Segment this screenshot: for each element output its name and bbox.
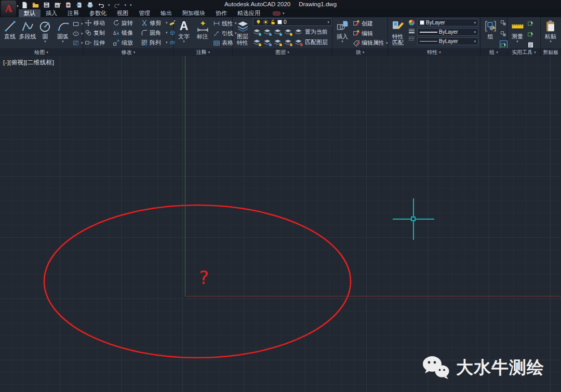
linetype-select[interactable]: ByLayer ▾ — [417, 37, 478, 45]
open-file-button[interactable] — [32, 1, 39, 8]
new-file-button[interactable] — [21, 1, 28, 8]
layer-unlock-button[interactable] — [274, 39, 282, 46]
tab-addins[interactable]: 附加模块 — [177, 9, 210, 17]
layer-off-button[interactable] — [253, 29, 261, 35]
layer-properties-button[interactable]: 图层特性 — [234, 18, 251, 47]
measure-dropdown-caret[interactable]: ▾ — [516, 40, 518, 43]
measure-button[interactable]: 测量 ▾ — [509, 18, 526, 47]
trim-button[interactable]: 修剪 — [141, 18, 165, 28]
tab-output[interactable]: 输出 — [155, 9, 177, 17]
tab-default[interactable]: 默认 — [19, 9, 41, 17]
tab-insert[interactable]: 插入 — [41, 9, 62, 17]
array-dropdown-caret[interactable]: ▾ — [166, 41, 168, 44]
create-block-button[interactable]: 创建 — [353, 19, 388, 28]
arc-button[interactable]: 圆弧 ▾ — [55, 18, 71, 47]
line-button[interactable]: 直线 — [2, 18, 18, 47]
layer-freeze-button[interactable] — [274, 29, 282, 35]
set-current-icon-button[interactable] — [295, 29, 302, 35]
insert-block-button[interactable]: 插入 ▾ — [334, 18, 351, 47]
tab-view[interactable]: 视图 — [112, 9, 133, 17]
layer-lock2-button[interactable] — [284, 39, 292, 46]
color-wheel-icon[interactable] — [408, 19, 416, 26]
panel-label-clipboard[interactable]: 剪贴板 — [541, 48, 561, 56]
fillet-button[interactable]: 圆角 — [141, 28, 165, 37]
text-button[interactable]: A 文字 ▾ — [176, 18, 192, 47]
layer-select[interactable]: 0 ▾ — [253, 18, 332, 26]
arc-dropdown-caret[interactable]: ▾ — [62, 40, 64, 43]
panel-label-utilities[interactable]: 实用工具▾ — [507, 48, 541, 56]
copy-button[interactable]: 复制 — [85, 28, 112, 37]
tab-parametric[interactable]: 参数化 — [84, 9, 112, 17]
customize-qat-caret[interactable]: ▾ — [130, 3, 132, 7]
linetype-icon[interactable] — [408, 35, 416, 42]
set-current-label[interactable]: 置为当前 — [305, 28, 328, 36]
record-button[interactable]: ▾ — [273, 9, 285, 17]
layer-select-caret[interactable]: ▾ — [327, 20, 329, 24]
array-button[interactable]: 阵列 — [141, 38, 165, 47]
ellipse-tool-button[interactable]: ▾ — [72, 30, 83, 38]
stretch-button[interactable]: 拉伸 — [85, 38, 112, 47]
hatch-button[interactable]: ▾ — [72, 39, 83, 47]
drawing-canvas[interactable]: [-][俯视][二维线框] ? 大水牛测绘 — [0, 56, 561, 392]
tab-featured-apps[interactable]: 精选应用 — [232, 9, 265, 17]
mirror-button[interactable]: 镜像 — [113, 28, 140, 37]
fillet-dropdown-caret[interactable]: ▾ — [166, 31, 168, 34]
text-dropdown-caret[interactable]: ▾ — [183, 40, 185, 43]
tab-annotate[interactable]: 注释 — [62, 9, 84, 17]
app-menu-button[interactable]: A — [1, 1, 16, 17]
group-edit-button[interactable] — [500, 30, 507, 39]
panel-label-properties[interactable]: 特性▾ — [388, 48, 480, 56]
match-layer-icon-button[interactable] — [295, 39, 302, 46]
viewport-controls[interactable]: [-][俯视][二维线框] — [3, 59, 55, 66]
undo-button[interactable] — [97, 1, 104, 8]
insert-dropdown-caret[interactable]: ▾ — [341, 40, 343, 43]
circle-dropdown-caret[interactable]: ▾ — [44, 40, 46, 43]
save-button[interactable] — [43, 1, 50, 8]
layer-thaw-button[interactable] — [263, 39, 271, 46]
panel-label-modify[interactable]: 修改▾ — [83, 48, 174, 56]
rotate-button[interactable]: 旋转 — [113, 18, 140, 28]
panel-label-block[interactable]: 块▾ — [332, 48, 388, 56]
panel-label-annotation[interactable]: 注释▾ — [174, 48, 233, 56]
edit-block-button[interactable]: 编辑 — [353, 29, 388, 38]
scale-button[interactable]: 缩放 — [113, 38, 140, 47]
plot-button[interactable] — [64, 1, 72, 8]
trim-dropdown-caret[interactable]: ▾ — [166, 21, 168, 24]
drawn-ellipse[interactable] — [0, 56, 561, 392]
redo-dropdown-caret[interactable]: ▾ — [125, 3, 127, 7]
match-layer-label[interactable]: 匹配图层 — [305, 38, 328, 46]
select-all-button[interactable] — [527, 30, 534, 39]
paste-button[interactable]: 粘贴 ▾ — [542, 18, 559, 47]
pickbox-cursor — [411, 217, 416, 221]
lineweight-select-caret[interactable]: ▾ — [474, 30, 476, 34]
match-properties-button[interactable]: 特性匹配 — [390, 18, 406, 47]
layer-lock-button[interactable] — [284, 29, 292, 35]
redo-button[interactable] — [114, 1, 121, 8]
save-as-button[interactable] — [54, 1, 61, 8]
linetype-select-caret[interactable]: ▾ — [474, 39, 476, 44]
print-button[interactable] — [86, 1, 94, 8]
undo-dropdown-caret[interactable]: ▾ — [108, 3, 110, 7]
panel-label-draw[interactable]: 绘图▾ — [0, 48, 83, 56]
dimension-button[interactable]: 标注 — [194, 18, 211, 47]
color-select-caret[interactable]: ▾ — [474, 21, 476, 25]
tab-collaborate[interactable]: 协作 — [210, 9, 232, 17]
lineweight-select[interactable]: ByLayer ▾ — [417, 28, 478, 36]
quick-select-button[interactable] — [527, 19, 534, 29]
paste-dropdown-caret[interactable]: ▾ — [550, 40, 552, 43]
rectangle-button[interactable]: ▾ — [72, 20, 83, 28]
layer-isolate-button[interactable] — [263, 29, 271, 35]
panel-label-layers[interactable]: 图层▾ — [233, 48, 332, 56]
circle-button[interactable]: 圆 ▾ — [37, 18, 54, 47]
edit-attributes-button[interactable]: 编辑属性▾ — [353, 38, 388, 47]
move-button[interactable]: 移动 — [85, 18, 112, 28]
tab-manage[interactable]: 管理 — [133, 9, 155, 17]
lineweight-icon[interactable] — [408, 28, 416, 34]
polyline-button[interactable]: 多段线 — [19, 18, 36, 47]
export-button[interactable] — [75, 1, 83, 8]
panel-label-group[interactable]: 组▾ — [480, 48, 507, 56]
object-color-select[interactable]: ByLayer ▾ — [417, 19, 478, 26]
ungroup-button[interactable] — [500, 19, 507, 29]
layer-on-button[interactable] — [253, 39, 261, 46]
group-button[interactable]: 组 — [482, 18, 499, 47]
